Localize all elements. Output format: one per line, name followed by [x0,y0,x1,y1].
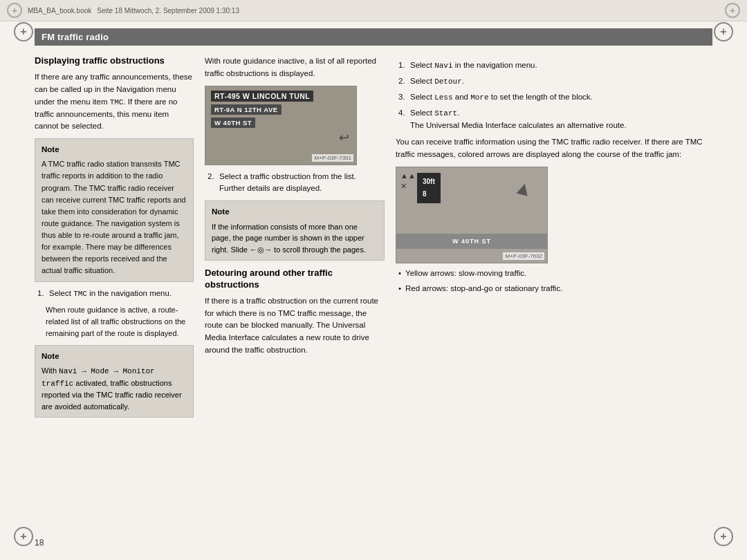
note2-body: With Navi → Mode → Monitortraffic activa… [42,365,187,412]
section2-body: If there is a traffic obstruction on the… [205,295,385,357]
map-screenshot-1: RT-495 W LINCOLN TUNL RT-9A N 12TH AVE W… [205,86,357,165]
corner-target-top-right [714,22,733,41]
step-num: 1. [37,288,46,300]
section1-heading: Displaying traffic obstructions [35,55,194,67]
columns: Displaying traffic obstructions If there… [35,55,712,546]
map2-img-label: M+P-03F-7632 [503,252,544,260]
step-mid-2: 2. Select a traffic obstruction from the… [208,171,385,196]
top-bar-right [725,3,740,18]
section1-body1: If there are any traffic announcements, … [35,71,194,133]
top-bar-pageinfo: Seite 18 Mittwoch, 2. September 2009 1:3… [97,7,239,15]
top-bar-filename: MBA_BA_book.book [28,7,91,15]
note-box-2: Note With Navi → Mode → Monitortraffic a… [35,345,194,418]
note3-body: If the information consists of more than… [212,221,378,256]
mountain-icon: ▲▲ [400,171,416,180]
map2-background: ▲▲ ✕ 30ft 8 ▲ W 40TH ST [396,167,547,263]
top-bar-target-right [725,3,740,18]
step2-content: Select a traffic obstruction from the li… [219,171,385,196]
note2-title: Note [42,351,187,362]
note3-title: Note [212,206,378,218]
step-left-1: 1. Select TMC in the navigation menu. [37,288,194,300]
map2-road-label: W 40TH ST [396,234,547,249]
note-box-3: Note If the information consists of more… [205,200,385,261]
note-box-1: Note A TMC traffic radio station transmi… [35,138,194,282]
bullet-item-2: Red arrows: stop-and-go or stationary tr… [398,283,712,295]
map-road-1: RT-495 W LINCOLN TUNL [211,91,313,102]
mid-intro: With route guidance inactive, a list of … [205,55,385,80]
step-num-2: 2. [208,171,216,196]
bullet-item-1: Yellow arrows: slow-moving traffic. [398,268,712,280]
vehicle-icon: ▲ [512,176,536,202]
corner-target-bottom-left [14,527,33,546]
back-arrow-icon: ↩ [339,130,349,145]
top-bar: MBA_BA_book.book Seite 18 Mittwoch, 2. S… [0,0,747,21]
top-bar-target-left [7,3,22,18]
column-mid: With route guidance inactive, a list of … [205,55,385,546]
page: MBA_BA_book.book Seite 18 Mittwoch, 2. S… [0,0,747,560]
map-roads: RT-495 W LINCOLN TUNL RT-9A N 12TH AVE W… [205,86,356,165]
content-area: FM traffic radio Displaying traffic obst… [0,21,747,560]
steps-list-mid: 2. Select a traffic obstruction from the… [205,171,385,196]
steps-list-left: 1. Select TMC in the navigation menu. [35,288,194,300]
page-number: 18 [35,538,44,548]
steps-list-right: 1. Select Navi in the navigation menu. 2… [396,59,712,132]
header-title: FM traffic radio [42,32,109,42]
map1-label: M+P-03F-7351 [312,154,353,162]
map-road-2: RT-9A N 12TH AVE [211,104,282,115]
step-right-1: 1. Select Navi in the navigation menu. [398,59,712,72]
step-content: Select TMC in the navigation menu. [49,288,194,300]
map-road-3: W 40TH ST [211,118,255,128]
note1-title: Note [42,144,187,156]
map2-info-box: 30ft 8 [417,173,441,203]
map-screenshot-2: ▲▲ ✕ 30ft 8 ▲ W 40TH ST M+P-03F-7632 [396,167,548,263]
tmc-code: TMC [110,98,124,106]
traffic-info: You can receive traffic information usin… [396,136,712,161]
step1-sub: When route guidance is active, a route-r… [46,304,194,339]
bullet-list: Yellow arrows: slow-moving traffic. Red … [396,268,712,296]
step-right-2: 2. Select Detour. [398,75,712,88]
section2-heading: Detouring around other traffic obstructi… [205,268,385,291]
corner-target-top-left [14,22,33,41]
section-header: FM traffic radio [35,28,712,46]
x-marker-icon: ✕ [400,182,407,191]
note1-body: A TMC traffic radio station transmits TM… [42,158,187,276]
step-right-4: 4. Select Start. The Universal Media Int… [398,107,712,132]
corner-target-bottom-right [714,527,733,546]
column-left: Displaying traffic obstructions If there… [35,55,194,546]
column-right: 1. Select Navi in the navigation menu. 2… [396,55,712,546]
step-right-3: 3. Select Less and More to set the lengt… [398,91,712,104]
